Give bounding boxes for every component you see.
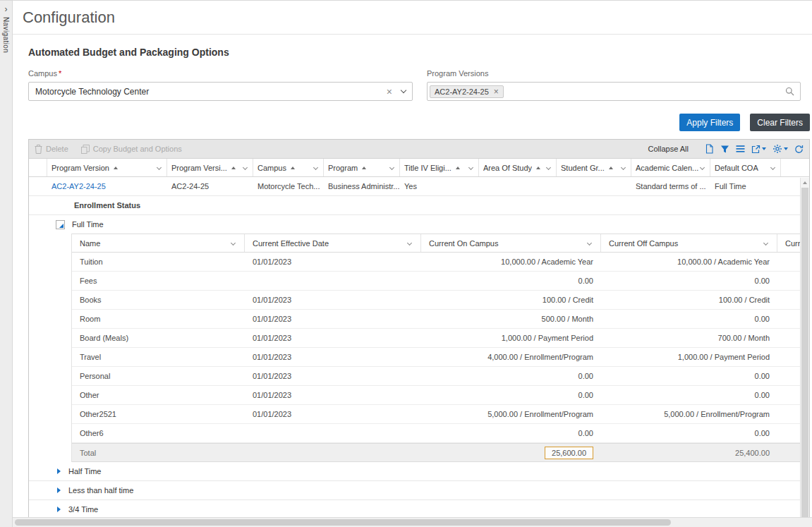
export-icon[interactable] [751,145,766,154]
campus-combobox[interactable]: Motorcycle Technology Center [28,82,413,101]
budget-item-row[interactable]: Books 01/01/2023 100.00 / Credit 100.00 … [72,291,801,310]
column-menu-icon[interactable] [763,241,768,246]
column-menu-icon[interactable] [621,165,626,170]
cell-program-version-2: AC2-24-25 [167,182,253,190]
budget-item-row[interactable]: Room 01/01/2023 500.00 / Month 0.00 [72,310,801,329]
item-on-campus: 0.00 [421,429,601,437]
column-header-title-iv-eligible[interactable]: Title IV Eligi... [400,159,479,176]
column-menu-icon[interactable] [157,165,162,170]
navigation-collapsed-panel[interactable]: › Navigation [0,1,13,527]
column-menu-icon[interactable] [313,165,318,170]
column-header-student-group[interactable]: Student Gr... [557,159,631,176]
column-header-campus[interactable]: Campus [253,159,324,176]
sort-ascending-icon [609,166,613,169]
budget-item-row[interactable]: Other 01/01/2023 0.00 0.00 [72,386,801,405]
refresh-icon[interactable] [794,145,804,154]
item-name: Books [72,296,245,304]
enrollment-status-row-full-time[interactable]: Full Time [29,215,809,234]
expand-navigation-icon[interactable]: › [5,5,8,13]
column-header-academic-calendar[interactable]: Academic Calen... [631,159,710,176]
grid-data-row[interactable]: AC2-AY2-24-25 AC2-24-25 Motorcycle Tech.… [29,177,809,196]
expand-group-icon[interactable] [57,507,61,512]
remove-tag-icon[interactable] [494,87,499,96]
collapse-row-icon[interactable] [33,182,38,190]
collapse-all-button[interactable]: Collapse All [648,145,689,153]
budget-item-row[interactable]: Fees 0.00 0.00 [72,272,801,291]
export-menu-caret-icon [762,147,766,150]
budget-item-row[interactable]: Board (Meals) 01/01/2023 1,000.00 / Paym… [72,329,801,348]
inner-column-label: Name [80,239,100,248]
scroll-up-arrow-icon[interactable] [801,178,809,187]
column-menu-icon[interactable] [700,165,705,170]
column-label: Program Version [51,164,109,172]
expand-group-icon[interactable] [57,487,61,493]
column-menu-icon[interactable] [546,165,551,170]
program-version-link[interactable]: AC2-AY2-24-25 [51,182,106,190]
enrollment-status-row-less-than-half-time[interactable]: Less than half time [29,481,809,500]
grid-toolbar-right: Collapse All [648,144,804,154]
chevron-down-icon[interactable] [401,87,406,93]
inner-column-current-effective-date[interactable]: Current Effective Date [245,234,421,252]
budget-item-row[interactable]: Personal 01/01/2023 0.00 0.00 [72,367,801,386]
column-header-spacer [781,159,809,176]
clear-x-icon[interactable] [387,87,392,97]
column-header-program-version[interactable]: Program Version [47,159,167,176]
item-on-campus: 1,000.00 / Payment Period [421,334,601,342]
item-off-campus: 100.00 / Credit [601,296,777,304]
program-versions-input[interactable]: AC2-AY2-24-25 [427,82,801,101]
cell-program: Business Administr... [324,182,400,190]
inner-column-label: Current Effective Date [253,239,329,248]
delete-button[interactable]: Delete [35,145,68,154]
grid-header-row: Program Version Program Versi... Campus … [29,159,809,177]
highlighted-total-on-campus[interactable]: 25,600.00 [545,447,593,459]
column-header-program-version-2[interactable]: Program Versi... [167,159,253,176]
inner-column-truncated[interactable]: Curr [777,234,801,252]
column-menu-icon[interactable] [231,241,236,246]
item-name: Other [72,391,245,399]
item-effective-date: 01/01/2023 [245,258,421,266]
copy-budget-and-options-button[interactable]: Copy Budget and Options [81,145,182,154]
column-menu-icon[interactable] [468,165,473,170]
column-menu-icon[interactable] [770,165,775,170]
collapse-group-icon[interactable] [56,220,65,229]
clear-filters-button[interactable]: Clear Filters [750,114,810,131]
column-chooser-icon[interactable] [736,145,745,153]
enrollment-status-name: Less than half time [68,486,133,495]
total-on-campus-cell: 25,600.00 [421,447,601,459]
column-header-program[interactable]: Program [324,159,400,176]
item-name: Tuition [72,258,245,266]
campus-value: Motorcycle Technology Center [35,87,387,97]
column-menu-icon[interactable] [243,165,248,170]
item-on-campus: 0.00 [421,372,601,380]
expand-group-icon[interactable] [57,468,61,474]
settings-icon[interactable] [772,144,788,154]
column-menu-icon[interactable] [389,165,394,170]
inner-column-current-off-campus[interactable]: Current Off Campus [601,234,777,252]
item-effective-date: 01/01/2023 [245,353,421,361]
item-on-campus: 5,000.00 / Enrollment/Program [421,410,601,418]
column-menu-icon[interactable] [587,241,592,246]
budget-item-row[interactable]: Other6 0.00 0.00 [72,424,801,443]
apply-filters-button[interactable]: Apply Filters [679,114,740,131]
vertical-scrollbar-thumb[interactable] [801,188,808,518]
inner-column-name[interactable]: Name [72,234,245,252]
horizontal-scrollbar-thumb[interactable] [15,519,671,526]
column-header-default-coa[interactable]: Default COA [710,159,781,176]
content-area: Automated Budget and Packaging Options C… [13,35,812,520]
inner-column-current-on-campus[interactable]: Current On Campus [421,234,601,252]
budget-item-row[interactable]: Travel 01/01/2023 4,000.00 / Enrollment/… [72,348,801,367]
budget-item-row[interactable]: Tuition 01/01/2023 10,000.00 / Academic … [72,253,801,272]
enrollment-status-row-half-time[interactable]: Half Time [29,462,809,481]
filter-icon[interactable] [720,145,729,154]
budget-grid: Delete Copy Budget and Options Collapse … [28,139,810,520]
budget-item-row[interactable]: Other2521 01/01/2023 5,000.00 / Enrollme… [72,405,801,424]
column-menu-icon[interactable] [407,241,412,246]
enrollment-status-row-three-quarter-time[interactable]: 3/4 Time [29,500,809,519]
column-header-area-of-study[interactable]: Area Of Study [479,159,557,176]
horizontal-scrollbar[interactable] [13,517,812,527]
export-to-excel-icon[interactable] [705,144,714,154]
row-expand-cell[interactable] [29,182,47,190]
cell-program-version: AC2-AY2-24-25 [47,182,167,190]
grid-vertical-scrollbar[interactable] [800,178,809,519]
program-versions-label: Program Versions [427,69,801,78]
